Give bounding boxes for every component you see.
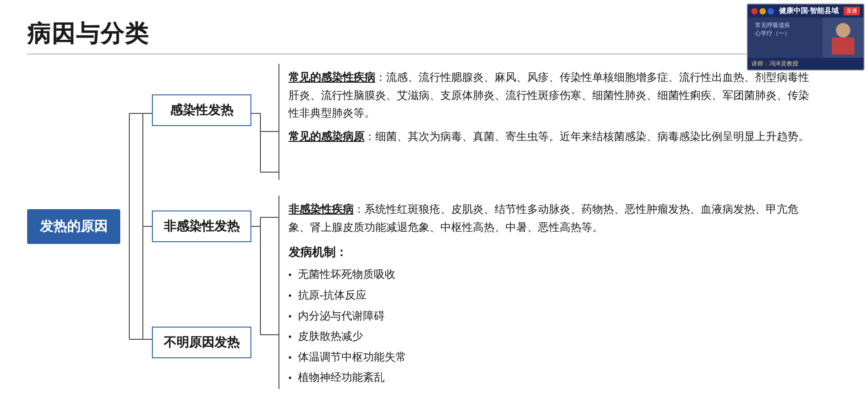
category-unknown: 不明原因发热 [152, 327, 251, 358]
right-bracket-svg [251, 64, 278, 389]
content-panel-non-infectious: 非感染性疾病：系统性红斑狼疮、皮肌炎、结节性多动脉炎、药物热、恶性肿瘤发热、血液… [278, 196, 818, 389]
non-infectious-diseases-body: ：系统性红斑狼疮、皮肌炎、结节性多动脉炎、药物热、恶性肿瘤发热、血液病发热、甲亢… [288, 203, 798, 233]
infectious-diseases-line: 常见的感染性疾病：流感、流行性腮腺炎、麻风、风疹、传染性单核细胞增多症、流行性出… [288, 68, 818, 122]
non-infectious-text: 非感染性疾病：系统性红斑狼疮、皮肌炎、结节性多动脉炎、药物热、恶性肿瘤发热、血液… [279, 200, 818, 389]
infectious-pathogens-label: 常见的感染病原 [288, 130, 364, 142]
title-underline [27, 53, 841, 55]
bullet-item-1: 无菌性坏死物质吸收 [288, 265, 818, 283]
category-box-unknown: 不明原因发热 [152, 327, 251, 358]
video-icons-left [751, 8, 774, 14]
slide-container: 病因与分类 健康中国·智能县域 直播 常见呼吸道疾 心学疗（一） [0, 0, 868, 417]
video-person-body [832, 37, 854, 55]
bullet-item-2: 抗原-抗体反应 [288, 286, 818, 304]
video-person-area [823, 18, 863, 58]
left-bracket-svg [120, 64, 152, 389]
bullet-item-4: 皮肤散热减少 [288, 327, 818, 345]
video-bottom-bar: 讲师：冯淬灵教授 [748, 58, 863, 70]
root-box: 发热的原因 [27, 209, 120, 244]
video-thumbnail[interactable]: 健康中国·智能县域 直播 常见呼吸道疾 心学疗（一） 讲师：冯淬灵教授 [747, 4, 864, 70]
infectious-pathogens-line: 常见的感染病原：细菌、其次为病毒、真菌、寄生虫等。近年来结核菌感染、病毒感染比例… [288, 127, 818, 145]
video-icon-red [751, 8, 758, 14]
pathogenesis-heading: 发病机制： [288, 243, 818, 262]
video-live-badge: 直播 [844, 7, 860, 15]
category-box-non-infectious: 非感染性发热 [152, 211, 251, 242]
bullet-item-6: 植物神经功能紊乱 [288, 368, 818, 386]
bullet-item-3: 内分泌与代谢障碍 [288, 307, 818, 325]
infectious-pathogens-body: ：细菌、其次为病毒、真菌、寄生虫等。近年来结核菌感染、病毒感染比例呈明显上升趋势… [364, 130, 809, 142]
non-infectious-diseases-line: 非感染性疾病：系统性红斑狼疮、皮肌炎、结节性多动脉炎、药物热、恶性肿瘤发热、血液… [288, 200, 818, 236]
category-box-infectious: 感染性发热 [152, 94, 251, 126]
video-channel-title: 健康中国·智能县域 [776, 6, 842, 16]
slide-title: 病因与分类 [27, 18, 841, 50]
video-icon-blue [768, 8, 774, 14]
infectious-text: 常见的感染性疾病：流感、流行性腮腺炎、麻风、风疹、传染性单核细胞增多症、流行性出… [279, 68, 818, 145]
video-content-area: 常见呼吸道疾 心学疗（一） [748, 18, 863, 58]
category-non-infectious: 非感染性发热 [152, 211, 251, 242]
pathogenesis-list: 无菌性坏死物质吸收 抗原-抗体反应 内分泌与代谢障碍 皮肤散热减少 体温调节中枢… [288, 265, 818, 386]
bullet-item-5: 体温调节中枢功能失常 [288, 348, 818, 366]
panel-spacer [278, 180, 818, 196]
video-subtitle: 常见呼吸道疾 心学疗（一） [751, 19, 819, 56]
video-person-head [836, 23, 850, 37]
title-section: 病因与分类 [27, 18, 841, 55]
video-presenter-label: 讲师：冯淬灵教授 [751, 60, 798, 68]
video-icon-yellow [760, 8, 766, 14]
video-top-bar: 健康中国·智能县域 直播 [748, 5, 863, 18]
infectious-diseases-label: 常见的感染性疾病 [288, 71, 375, 83]
non-infectious-diseases-label: 非感染性疾病 [288, 203, 354, 215]
content-panel-infectious: 常见的感染性疾病：流感、流行性腮腺炎、麻风、风疹、传染性单核细胞增多症、流行性出… [278, 64, 818, 180]
category-infectious: 感染性发热 [152, 94, 251, 126]
